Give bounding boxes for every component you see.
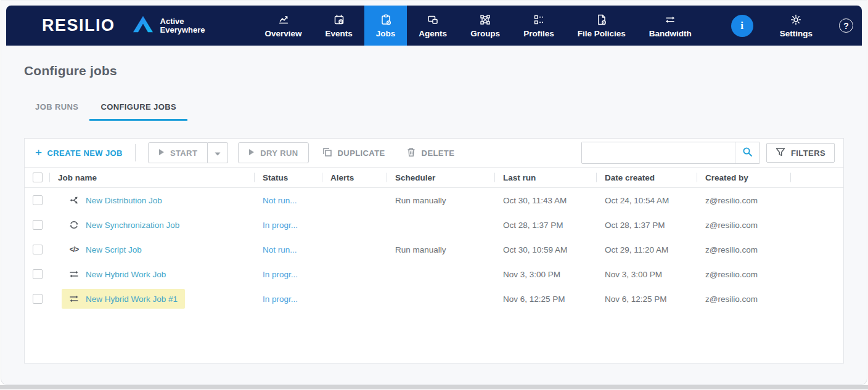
- date-created-cell: Nov 6, 12:25 PM: [596, 295, 697, 304]
- col-created-by: Created by: [697, 168, 790, 187]
- col-status: Status: [254, 168, 322, 187]
- app-window: RESILIO Active Everywhere: [1, 0, 867, 385]
- delete-button[interactable]: DELETE: [399, 147, 462, 159]
- grid-dots-icon: [533, 14, 545, 26]
- last-run-cell: Oct 30, 10:59 AM: [494, 245, 596, 254]
- nav-item-events[interactable]: Events: [314, 6, 364, 46]
- col-alerts: Alerts: [322, 168, 387, 187]
- top-navbar: RESILIO Active Everywhere: [6, 6, 862, 46]
- select-all-checkbox[interactable]: [33, 173, 43, 182]
- status-link[interactable]: Not run...: [254, 196, 322, 205]
- search-input[interactable]: [582, 142, 735, 163]
- col-scheduler: Scheduler: [387, 168, 494, 187]
- select-all-cell: [25, 173, 49, 182]
- funnel-icon: [776, 147, 785, 159]
- create-new-job-button[interactable]: + CREATE NEW JOB: [35, 148, 123, 158]
- play-icon: [158, 148, 165, 158]
- product-line1: Active: [160, 17, 205, 26]
- table-row: New Distribution Job Not run... Run manu…: [25, 188, 843, 213]
- jobs-toolbar: + CREATE NEW JOB START: [25, 139, 843, 168]
- table-row: New Hybrid Work Job #1 In progr... Nov 6…: [25, 286, 843, 311]
- status-link[interactable]: In progr...: [254, 221, 322, 230]
- created-by-cell: z@resilio.com: [697, 295, 790, 304]
- copy-icon: [322, 147, 332, 159]
- last-run-cell: Nov 3, 3:00 PM: [494, 270, 596, 279]
- job-name-link[interactable]: New Distribution Job: [86, 196, 162, 205]
- status-link[interactable]: In progr...: [254, 270, 322, 279]
- nav-label: File Policies: [578, 29, 626, 38]
- screens-icon: [427, 14, 439, 26]
- col-date-created: Date created: [596, 168, 697, 187]
- nav-label: Profiles: [523, 29, 554, 38]
- table-row: New Synchronization Job In progr... Oct …: [25, 213, 843, 237]
- job-name-link[interactable]: New Hybrid Work Job #1: [86, 295, 178, 304]
- date-created-cell: Nov 3, 3:00 PM: [596, 270, 697, 279]
- col-job-name: Job name: [49, 168, 254, 187]
- content-area: Configure jobs JOB RUNS CONFIGURE JOBS +…: [1, 46, 867, 384]
- row-checkbox[interactable]: [33, 195, 43, 205]
- arrows-icon: [664, 14, 676, 26]
- highlighted-job-name[interactable]: New Hybrid Work Job #1: [62, 289, 185, 309]
- main-nav: Overview Events Jobs: [253, 6, 703, 46]
- job-name-link[interactable]: New Synchronization Job: [86, 221, 179, 230]
- nav-item-bandwidth[interactable]: Bandwidth: [637, 6, 703, 46]
- help-button[interactable]: ?: [839, 18, 853, 33]
- clipboard-gear-icon: [380, 14, 392, 26]
- created-by-cell: z@resilio.com: [697, 221, 790, 230]
- nav-item-groups[interactable]: Groups: [459, 6, 512, 46]
- tab-job-runs[interactable]: JOB RUNS: [24, 97, 89, 121]
- tab-configure-jobs[interactable]: CONFIGURE JOBS: [89, 97, 187, 121]
- distribution-icon: [69, 195, 79, 205]
- calendar-clock-icon: [333, 14, 345, 26]
- info-button[interactable]: i: [731, 15, 753, 37]
- created-by-cell: z@resilio.com: [697, 245, 790, 254]
- start-dropdown-button[interactable]: [208, 142, 228, 163]
- nav-item-settings[interactable]: Settings: [768, 6, 824, 46]
- scheduler-cell: Run manually: [387, 196, 494, 205]
- filters-button[interactable]: FILTERS: [766, 143, 835, 163]
- status-link[interactable]: Not run...: [254, 245, 322, 254]
- sync-icon: [69, 220, 79, 230]
- search-icon: [742, 147, 753, 159]
- nav-item-jobs[interactable]: Jobs: [364, 6, 407, 46]
- help-icon: ?: [843, 21, 849, 31]
- dry-run-button[interactable]: DRY RUN: [238, 142, 308, 163]
- nav-label: Events: [326, 29, 353, 38]
- start-button[interactable]: START: [148, 142, 208, 163]
- page-title: Configure jobs: [24, 63, 844, 78]
- nav-label: Groups: [470, 29, 500, 38]
- job-name-link[interactable]: New Script Job: [86, 245, 142, 254]
- row-checkbox[interactable]: [33, 245, 43, 254]
- job-name-link[interactable]: New Hybrid Work Job: [86, 270, 166, 279]
- nav-label: Agents: [419, 29, 447, 38]
- nav-item-profiles[interactable]: Profiles: [512, 6, 566, 46]
- last-run-cell: Oct 28, 1:37 PM: [494, 221, 596, 230]
- date-created-cell: Oct 28, 1:37 PM: [596, 221, 697, 230]
- nav-label: Jobs: [376, 29, 396, 38]
- nav-item-agents[interactable]: Agents: [407, 6, 459, 46]
- table-row: New Hybrid Work Job In progr... Nov 3, 3…: [25, 262, 843, 286]
- product-line2: Everywhere: [160, 26, 205, 35]
- date-created-cell: Oct 29, 11:20 AM: [596, 245, 697, 254]
- gear-icon: [790, 14, 802, 26]
- hybrid-icon: [69, 294, 79, 304]
- row-checkbox[interactable]: [33, 269, 43, 279]
- scheduler-cell: Run manually: [387, 245, 494, 254]
- plus-icon: +: [35, 148, 43, 157]
- row-checkbox[interactable]: [33, 220, 43, 230]
- info-icon: i: [740, 20, 743, 32]
- row-checkbox[interactable]: [33, 294, 43, 304]
- search-button[interactable]: [735, 142, 760, 163]
- col-actions: [790, 168, 843, 187]
- duplicate-button[interactable]: DUPLICATE: [315, 147, 393, 159]
- search-box: [581, 142, 760, 164]
- play-icon: [248, 148, 255, 158]
- hybrid-icon: [69, 269, 79, 279]
- nav-label: Settings: [780, 29, 813, 38]
- nav-label: Overview: [265, 29, 302, 38]
- date-created-cell: Oct 24, 10:54 AM: [596, 196, 697, 205]
- nav-item-overview[interactable]: Overview: [253, 6, 314, 46]
- status-link[interactable]: In progr...: [254, 295, 322, 304]
- window-bottom-edge: [0, 385, 868, 389]
- nav-item-file-policies[interactable]: File Policies: [566, 6, 637, 46]
